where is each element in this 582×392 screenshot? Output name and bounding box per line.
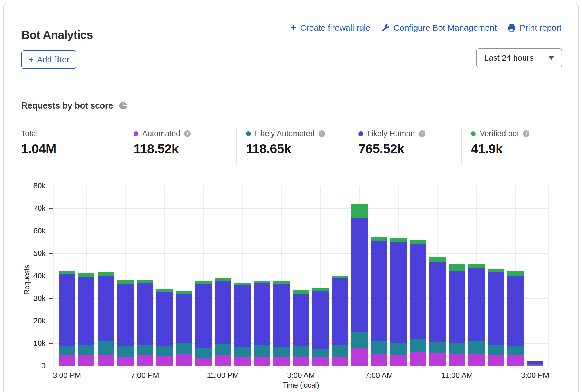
bar-segment-likely-human[interactable] — [98, 276, 114, 341]
bar-segment-verified-bot[interactable] — [312, 288, 329, 291]
info-icon[interactable]: i — [419, 130, 425, 137]
info-icon[interactable]: i — [184, 130, 191, 137]
bar-segment-verified-bot[interactable] — [488, 269, 504, 272]
bar-segment-automated[interactable] — [488, 355, 504, 366]
bar-segment-verified-bot[interactable] — [507, 271, 524, 276]
bar-segment-verified-bot[interactable] — [468, 264, 485, 268]
bar-segment-likely-automated[interactable] — [137, 345, 153, 355]
bar-segment-automated[interactable] — [371, 354, 387, 366]
bar-segment-verified-bot[interactable] — [293, 290, 309, 294]
bar-segment-verified-bot[interactable] — [351, 204, 368, 218]
bar-segment-likely-human[interactable] — [137, 283, 153, 345]
bar-segment-automated[interactable] — [507, 355, 524, 366]
bar-segment-likely-automated[interactable] — [254, 345, 270, 357]
bar-segment-verified-bot[interactable] — [176, 291, 192, 294]
bar-segment-automated[interactable] — [410, 352, 426, 366]
bar-segment-likely-human[interactable] — [59, 274, 75, 346]
bar-segment-likely-automated[interactable] — [527, 364, 543, 366]
configure-bot-management-link[interactable]: Configure Bot Management — [381, 23, 497, 33]
bar-segment-likely-human[interactable] — [273, 284, 290, 347]
bar-segment-likely-automated[interactable] — [176, 343, 192, 354]
bar-segment-verified-bot[interactable] — [410, 240, 426, 244]
bar-segment-likely-automated[interactable] — [234, 347, 251, 356]
info-icon[interactable]: i — [523, 130, 529, 137]
bar-segment-likely-human[interactable] — [254, 283, 270, 345]
bar-segment-automated[interactable] — [156, 356, 173, 366]
bar-segment-verified-bot[interactable] — [371, 237, 387, 241]
print-report-link[interactable]: Print report — [507, 23, 561, 33]
bar-segment-automated[interactable] — [234, 357, 251, 366]
bar-segment-likely-automated[interactable] — [371, 341, 387, 354]
bar-segment-likely-human[interactable] — [78, 277, 94, 345]
info-icon[interactable]: i — [319, 130, 325, 137]
bar-segment-likely-human[interactable] — [468, 268, 485, 341]
create-firewall-rule-link[interactable]: + Create firewall rule — [290, 23, 371, 33]
bar-segment-likely-automated[interactable] — [312, 349, 329, 357]
bar-segment-automated[interactable] — [98, 355, 114, 366]
bar-segment-likely-automated[interactable] — [351, 332, 368, 348]
bar-segment-verified-bot[interactable] — [332, 276, 348, 278]
bar-segment-automated[interactable] — [195, 358, 212, 366]
bar-segment-verified-bot[interactable] — [527, 361, 543, 361]
bar-segment-verified-bot[interactable] — [78, 273, 94, 277]
bar-segment-likely-automated[interactable] — [429, 342, 446, 353]
bar-segment-verified-bot[interactable] — [449, 264, 465, 271]
bar-segment-likely-human[interactable] — [449, 271, 465, 343]
bar-segment-automated[interactable] — [117, 357, 134, 366]
bar-segment-likely-automated[interactable] — [390, 343, 407, 355]
bar-segment-verified-bot[interactable] — [254, 281, 270, 284]
bar-segment-automated[interactable] — [312, 357, 329, 366]
bar-segment-likely-human[interactable] — [507, 276, 524, 347]
bar-segment-likely-human[interactable] — [195, 284, 212, 348]
bar-segment-likely-human[interactable] — [351, 218, 368, 332]
bar-segment-automated[interactable] — [390, 355, 407, 366]
bar-segment-likely-human[interactable] — [488, 272, 504, 345]
bar-segment-verified-bot[interactable] — [59, 271, 75, 274]
bar-segment-likely-automated[interactable] — [117, 346, 134, 357]
bar-segment-likely-automated[interactable] — [488, 345, 504, 355]
bar-segment-automated[interactable] — [59, 355, 75, 366]
bar-segment-likely-automated[interactable] — [332, 345, 348, 357]
bar-segment-automated[interactable] — [449, 354, 465, 366]
bar-segment-automated[interactable] — [78, 355, 94, 366]
bar-segment-likely-automated[interactable] — [78, 345, 94, 355]
bar-segment-likely-automated[interactable] — [273, 347, 290, 357]
bar-segment-likely-automated[interactable] — [468, 341, 485, 354]
bar-segment-likely-human[interactable] — [371, 241, 387, 341]
bar-segment-likely-human[interactable] — [215, 281, 231, 344]
bar-segment-likely-automated[interactable] — [215, 344, 231, 355]
bar-segment-automated[interactable] — [137, 355, 153, 366]
bar-segment-automated[interactable] — [332, 357, 348, 366]
bar-segment-verified-bot[interactable] — [195, 281, 212, 284]
bar-segment-automated[interactable] — [176, 354, 192, 366]
bar-segment-likely-automated[interactable] — [507, 346, 524, 355]
bar-segment-likely-human[interactable] — [410, 244, 426, 339]
bar-segment-verified-bot[interactable] — [429, 257, 446, 262]
bar-segment-likely-human[interactable] — [176, 294, 192, 343]
bar-segment-likely-human[interactable] — [117, 284, 134, 346]
bar-segment-verified-bot[interactable] — [98, 272, 114, 276]
bar-segment-verified-bot[interactable] — [234, 283, 251, 285]
bar-segment-likely-human[interactable] — [332, 278, 348, 345]
bar-segment-likely-automated[interactable] — [156, 346, 173, 356]
bar-segment-likely-human[interactable] — [429, 262, 446, 342]
bar-segment-likely-automated[interactable] — [98, 341, 114, 355]
bar-segment-automated[interactable] — [215, 355, 231, 366]
bar-segment-automated[interactable] — [254, 357, 270, 366]
bar-segment-likely-automated[interactable] — [195, 348, 212, 358]
bar-segment-likely-human[interactable] — [156, 292, 173, 346]
bar-segment-likely-automated[interactable] — [59, 346, 75, 355]
add-filter-button[interactable]: + Add filter — [21, 50, 76, 69]
bar-segment-likely-human[interactable] — [293, 294, 309, 346]
bar-segment-automated[interactable] — [468, 354, 485, 366]
bar-segment-likely-automated[interactable] — [293, 346, 309, 357]
bar-segment-automated[interactable] — [273, 357, 290, 366]
bar-segment-verified-bot[interactable] — [156, 289, 173, 292]
bar-segment-verified-bot[interactable] — [137, 280, 153, 283]
bar-segment-verified-bot[interactable] — [117, 280, 134, 284]
bar-segment-likely-automated[interactable] — [449, 343, 465, 354]
bar-segment-likely-human[interactable] — [527, 361, 543, 364]
bar-segment-likely-human[interactable] — [390, 242, 407, 343]
bar-segment-likely-automated[interactable] — [410, 339, 426, 352]
bar-segment-automated[interactable] — [351, 348, 368, 366]
